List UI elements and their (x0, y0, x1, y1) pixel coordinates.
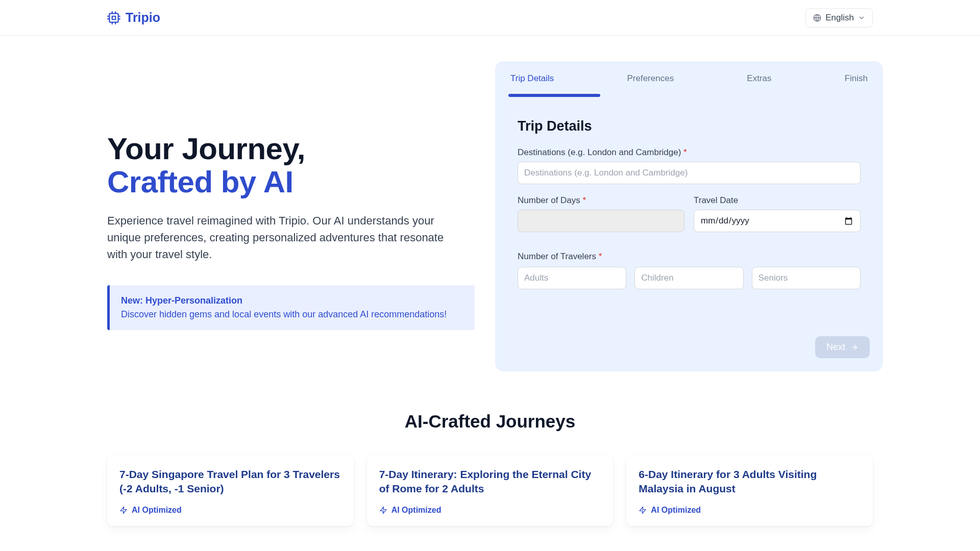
required-marker: * (683, 147, 687, 157)
seniors-input[interactable] (752, 267, 861, 289)
form-footer: Next (508, 336, 870, 358)
journey-card[interactable]: 7-Day Itinerary: Exploring the Eternal C… (367, 455, 614, 526)
svg-rect-0 (109, 13, 118, 22)
hero-subtext: Experience travel reimagined with Tripio… (107, 212, 464, 263)
bolt-icon (379, 506, 387, 514)
hero-headline-line1: Your Journey, (107, 132, 305, 166)
svg-marker-13 (120, 507, 127, 513)
form-section-title: Trip Details (518, 118, 870, 134)
language-label: English (825, 13, 854, 23)
next-button-label: Next (826, 342, 845, 353)
svg-marker-15 (640, 507, 646, 513)
logo-text: Tripio (126, 10, 160, 25)
destinations-input[interactable] (518, 162, 861, 184)
arrow-right-icon (850, 343, 859, 352)
hero-section: Your Journey, Crafted by AI Experience t… (0, 36, 980, 371)
journeys-section: AI-Crafted Journeys 7-Day Singapore Trav… (0, 411, 980, 546)
logo[interactable]: Tripio (107, 10, 160, 25)
cpu-icon (107, 11, 120, 24)
journey-card[interactable]: 7-Day Singapore Travel Plan for 3 Travel… (107, 455, 354, 526)
bolt-icon (639, 506, 647, 514)
step-extras[interactable]: Extras (747, 73, 771, 84)
journey-card-title: 7-Day Singapore Travel Plan for 3 Travel… (119, 467, 341, 496)
step-finish[interactable]: Finish (845, 73, 868, 84)
travelers-label: Number of Travelers * (518, 252, 861, 262)
trip-form-wrapper: Trip Details Preferences Extras Finish T… (495, 61, 883, 371)
hero-headline: Your Journey, Crafted by AI (107, 133, 475, 199)
travel-date-label: Travel Date (694, 195, 861, 206)
ai-optimized-badge: AI Optimized (119, 506, 341, 515)
svg-marker-14 (380, 507, 386, 513)
destinations-label: Destinations (e.g. London and Cambridge)… (518, 147, 861, 158)
form-body: Destinations (e.g. London and Cambridge)… (508, 147, 870, 289)
journey-card-title: 7-Day Itinerary: Exploring the Eternal C… (379, 467, 601, 496)
journey-card[interactable]: 6-Day Itinerary for 3 Adults Visiting Ma… (626, 455, 873, 526)
days-label: Number of Days * (518, 195, 684, 206)
adults-input[interactable] (518, 267, 626, 289)
journeys-title: AI-Crafted Journeys (107, 411, 873, 432)
journey-grid: 7-Day Singapore Travel Plan for 3 Travel… (107, 455, 873, 526)
chevron-down-icon (858, 14, 865, 21)
stepper-progress-fill (508, 94, 600, 97)
travel-date-input[interactable] (694, 210, 861, 232)
step-preferences[interactable]: Preferences (627, 73, 674, 84)
step-trip-details[interactable]: Trip Details (510, 73, 554, 84)
bolt-icon (119, 506, 128, 514)
language-selector[interactable]: English (805, 8, 873, 28)
form-stepper: Trip Details Preferences Extras Finish (508, 73, 870, 84)
days-select[interactable] (518, 210, 684, 232)
site-header: Tripio English (0, 0, 980, 36)
required-marker: * (599, 252, 602, 261)
callout-title: New: Hyper-Personalization (121, 295, 463, 306)
new-feature-callout: New: Hyper-Personalization Discover hidd… (107, 285, 475, 330)
children-input[interactable] (634, 267, 743, 289)
trip-form-card: Trip Details Preferences Extras Finish T… (495, 61, 883, 371)
required-marker: * (583, 195, 586, 205)
journey-card-title: 6-Day Itinerary for 3 Adults Visiting Ma… (639, 467, 861, 496)
ai-optimized-badge: AI Optimized (639, 506, 861, 515)
ai-optimized-badge: AI Optimized (379, 506, 601, 515)
svg-rect-1 (112, 16, 116, 19)
stepper-progress-track (508, 94, 870, 97)
hero-headline-line2: Crafted by AI (107, 166, 475, 199)
globe-icon (813, 14, 821, 22)
callout-body: Discover hidden gems and local events wi… (121, 309, 463, 320)
next-button[interactable]: Next (815, 336, 870, 358)
hero-copy: Your Journey, Crafted by AI Experience t… (107, 61, 475, 371)
